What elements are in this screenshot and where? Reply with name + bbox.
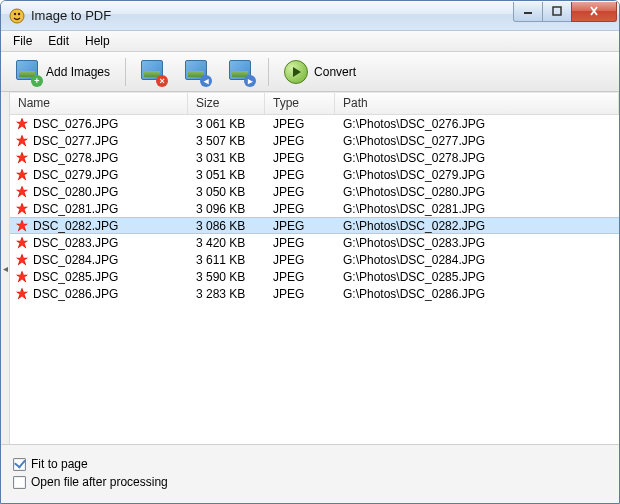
file-name: DSC_0276.JPG (33, 117, 118, 131)
table-row[interactable]: DSC_0283.JPG3 420 KBJPEGG:\Photos\DSC_02… (10, 234, 619, 251)
file-size: 3 031 KB (188, 151, 265, 165)
file-name: DSC_0282.JPG (33, 219, 118, 233)
open-after-label: Open file after processing (31, 475, 168, 489)
svg-rect-3 (524, 12, 532, 14)
file-list: Name Size Type Path DSC_0276.JPG3 061 KB… (10, 92, 619, 444)
window-title: Image to PDF (31, 8, 514, 23)
table-row[interactable]: DSC_0282.JPG3 086 KBJPEGG:\Photos\DSC_02… (10, 217, 619, 234)
table-row[interactable]: DSC_0276.JPG3 061 KBJPEGG:\Photos\DSC_02… (10, 115, 619, 132)
app-window: Image to PDF File Edit Help + Add Images… (0, 0, 620, 504)
file-icon (14, 253, 30, 267)
add-images-button[interactable]: + Add Images (9, 56, 117, 88)
bottom-panel: Fit to page Open file after processing (1, 444, 619, 503)
file-name: DSC_0286.JPG (33, 287, 118, 301)
table-row[interactable]: DSC_0277.JPG3 507 KBJPEGG:\Photos\DSC_02… (10, 132, 619, 149)
file-size: 3 061 KB (188, 117, 265, 131)
close-button[interactable] (571, 2, 617, 22)
file-name: DSC_0279.JPG (33, 168, 118, 182)
table-row[interactable]: DSC_0278.JPG3 031 KBJPEGG:\Photos\DSC_02… (10, 149, 619, 166)
add-images-label: Add Images (46, 65, 110, 79)
file-name: DSC_0278.JPG (33, 151, 118, 165)
window-controls (514, 2, 617, 22)
file-size: 3 050 KB (188, 185, 265, 199)
file-icon (14, 219, 30, 233)
file-name: DSC_0283.JPG (33, 236, 118, 250)
open-after-option[interactable]: Open file after processing (13, 475, 607, 489)
titlebar[interactable]: Image to PDF (1, 1, 619, 31)
file-path: G:\Photos\DSC_0280.JPG (335, 185, 619, 199)
column-size[interactable]: Size (188, 93, 265, 114)
file-path: G:\Photos\DSC_0281.JPG (335, 202, 619, 216)
move-left-button[interactable]: ◂ (178, 56, 216, 88)
convert-button[interactable]: Convert (277, 56, 363, 88)
column-name[interactable]: Name (10, 93, 188, 114)
file-type: JPEG (265, 134, 335, 148)
file-icon (14, 270, 30, 284)
file-path: G:\Photos\DSC_0278.JPG (335, 151, 619, 165)
file-icon (14, 202, 30, 216)
column-path[interactable]: Path (335, 93, 619, 114)
move-right-button[interactable]: ▸ (222, 56, 260, 88)
file-path: G:\Photos\DSC_0284.JPG (335, 253, 619, 267)
toolbar: + Add Images × ◂ ▸ Convert (1, 52, 619, 92)
file-type: JPEG (265, 219, 335, 233)
table-row[interactable]: DSC_0286.JPG3 283 KBJPEGG:\Photos\DSC_02… (10, 285, 619, 302)
svg-rect-4 (553, 7, 561, 15)
file-path: G:\Photos\DSC_0276.JPG (335, 117, 619, 131)
table-row[interactable]: DSC_0285.JPG3 590 KBJPEGG:\Photos\DSC_02… (10, 268, 619, 285)
file-name: DSC_0280.JPG (33, 185, 118, 199)
file-path: G:\Photos\DSC_0279.JPG (335, 168, 619, 182)
table-row[interactable]: DSC_0279.JPG3 051 KBJPEGG:\Photos\DSC_02… (10, 166, 619, 183)
file-icon (14, 168, 30, 182)
table-row[interactable]: DSC_0284.JPG3 611 KBJPEGG:\Photos\DSC_02… (10, 251, 619, 268)
menu-help[interactable]: Help (77, 32, 118, 50)
file-path: G:\Photos\DSC_0283.JPG (335, 236, 619, 250)
file-size: 3 051 KB (188, 168, 265, 182)
file-type: JPEG (265, 185, 335, 199)
file-path: G:\Photos\DSC_0282.JPG (335, 219, 619, 233)
file-icon (14, 287, 30, 301)
file-icon (14, 134, 30, 148)
file-name: DSC_0277.JPG (33, 134, 118, 148)
file-size: 3 086 KB (188, 219, 265, 233)
menubar: File Edit Help (1, 31, 619, 52)
remove-image-button[interactable]: × (134, 56, 172, 88)
side-grip[interactable]: ◂ (1, 92, 10, 444)
file-size: 3 507 KB (188, 134, 265, 148)
svg-point-0 (10, 9, 24, 23)
list-header: Name Size Type Path (10, 93, 619, 115)
menu-file[interactable]: File (5, 32, 40, 50)
content-area: ◂ Name Size Type Path DSC_0276.JPG3 061 … (1, 92, 619, 444)
file-type: JPEG (265, 117, 335, 131)
file-icon (14, 151, 30, 165)
toolbar-separator (125, 58, 126, 86)
file-icon (14, 117, 30, 131)
svg-point-2 (18, 12, 20, 14)
file-type: JPEG (265, 270, 335, 284)
fit-to-page-label: Fit to page (31, 457, 88, 471)
open-after-checkbox[interactable] (13, 476, 26, 489)
menu-edit[interactable]: Edit (40, 32, 77, 50)
file-type: JPEG (265, 236, 335, 250)
file-type: JPEG (265, 151, 335, 165)
column-type[interactable]: Type (265, 93, 335, 114)
file-size: 3 420 KB (188, 236, 265, 250)
app-icon (9, 8, 25, 24)
svg-point-1 (14, 12, 16, 14)
minimize-button[interactable] (513, 2, 543, 22)
fit-to-page-option[interactable]: Fit to page (13, 457, 607, 471)
table-row[interactable]: DSC_0281.JPG3 096 KBJPEGG:\Photos\DSC_02… (10, 200, 619, 217)
file-size: 3 611 KB (188, 253, 265, 267)
maximize-button[interactable] (542, 2, 572, 22)
table-row[interactable]: DSC_0280.JPG3 050 KBJPEGG:\Photos\DSC_02… (10, 183, 619, 200)
file-name: DSC_0284.JPG (33, 253, 118, 267)
convert-label: Convert (314, 65, 356, 79)
file-path: G:\Photos\DSC_0285.JPG (335, 270, 619, 284)
file-type: JPEG (265, 202, 335, 216)
file-icon (14, 236, 30, 250)
file-icon (14, 185, 30, 199)
fit-to-page-checkbox[interactable] (13, 458, 26, 471)
file-type: JPEG (265, 287, 335, 301)
file-size: 3 590 KB (188, 270, 265, 284)
file-type: JPEG (265, 168, 335, 182)
